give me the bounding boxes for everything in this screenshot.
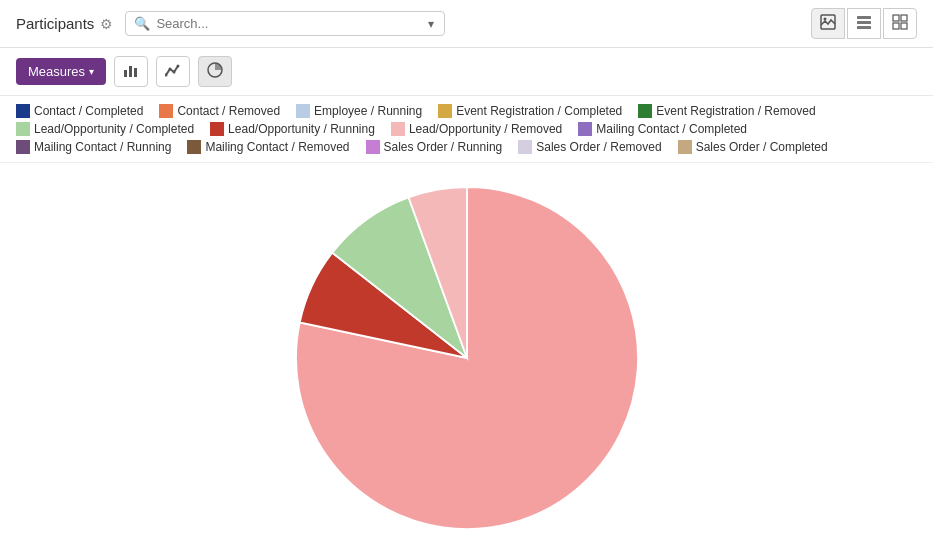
svg-rect-4	[857, 26, 871, 29]
legend-item: Sales Order / Completed	[678, 140, 828, 154]
legend-label: Mailing Contact / Completed	[596, 122, 747, 136]
header: Participants ⚙ 🔍 ▾	[0, 0, 933, 48]
legend-color	[366, 140, 380, 154]
svg-rect-2	[857, 16, 871, 19]
grid-view-button[interactable]	[883, 8, 917, 39]
legend-label: Sales Order / Removed	[536, 140, 661, 154]
legend-color	[638, 104, 652, 118]
settings-icon[interactable]: ⚙	[100, 16, 113, 32]
svg-point-14	[173, 71, 176, 74]
svg-rect-3	[857, 21, 871, 24]
legend-color	[16, 140, 30, 154]
legend-item: Contact / Completed	[16, 104, 143, 118]
legend-item: Contact / Removed	[159, 104, 280, 118]
svg-rect-9	[124, 70, 127, 77]
svg-rect-8	[901, 23, 907, 29]
measures-button[interactable]: Measures ▾	[16, 58, 106, 85]
toolbar: Measures ▾	[0, 48, 933, 96]
bar-chart-icon	[123, 62, 139, 78]
svg-point-15	[177, 65, 180, 68]
legend-label: Mailing Contact / Running	[34, 140, 171, 154]
view-buttons	[811, 8, 917, 39]
legend-label: Contact / Completed	[34, 104, 143, 118]
legend-item: Lead/Opportunity / Removed	[391, 122, 562, 136]
legend-color	[391, 122, 405, 136]
legend-item: Mailing Contact / Running	[16, 140, 171, 154]
legend-label: Mailing Contact / Removed	[205, 140, 349, 154]
search-bar: 🔍 ▾	[125, 11, 445, 36]
legend-color	[578, 122, 592, 136]
legend-color	[16, 104, 30, 118]
legend-item: Mailing Contact / Completed	[578, 122, 747, 136]
legend-label: Event Registration / Completed	[456, 104, 622, 118]
legend-label: Lead/Opportunity / Completed	[34, 122, 194, 136]
list-view-button[interactable]	[847, 8, 881, 39]
legend-color	[438, 104, 452, 118]
legend-color	[159, 104, 173, 118]
legend-label: Sales Order / Running	[384, 140, 503, 154]
bar-chart-button[interactable]	[114, 56, 148, 87]
svg-point-13	[169, 68, 172, 71]
legend-color	[518, 140, 532, 154]
legend-item: Sales Order / Running	[366, 140, 503, 154]
search-input[interactable]	[156, 16, 420, 31]
legend-item: Event Registration / Completed	[438, 104, 622, 118]
legend-color	[187, 140, 201, 154]
legend-color	[210, 122, 224, 136]
image-view-button[interactable]	[811, 8, 845, 39]
svg-rect-6	[901, 15, 907, 21]
legend-item: Lead/Opportunity / Running	[210, 122, 375, 136]
legend-color	[296, 104, 310, 118]
svg-rect-5	[893, 15, 899, 21]
search-dropdown-button[interactable]: ▾	[426, 17, 436, 31]
pie-chart	[287, 178, 647, 538]
chart-area	[0, 163, 933, 553]
legend-label: Employee / Running	[314, 104, 422, 118]
legend-label: Contact / Removed	[177, 104, 280, 118]
legend-item: Event Registration / Removed	[638, 104, 815, 118]
page-title: Participants	[16, 15, 94, 32]
legend-color	[16, 122, 30, 136]
legend-item: Lead/Opportunity / Completed	[16, 122, 194, 136]
legend-item: Sales Order / Removed	[518, 140, 661, 154]
svg-rect-7	[893, 23, 899, 29]
legend: Contact / CompletedContact / RemovedEmpl…	[0, 96, 933, 163]
search-icon: 🔍	[134, 16, 150, 31]
legend-label: Event Registration / Removed	[656, 104, 815, 118]
legend-item: Mailing Contact / Removed	[187, 140, 349, 154]
pie-chart-button[interactable]	[198, 56, 232, 87]
page-title-container: Participants ⚙	[16, 15, 113, 32]
grid-icon	[892, 14, 908, 30]
line-chart-button[interactable]	[156, 56, 190, 87]
pie-chart-icon	[207, 62, 223, 78]
legend-label: Lead/Opportunity / Removed	[409, 122, 562, 136]
legend-label: Sales Order / Completed	[696, 140, 828, 154]
legend-color	[678, 140, 692, 154]
legend-item: Employee / Running	[296, 104, 422, 118]
image-icon	[820, 14, 836, 30]
legend-label: Lead/Opportunity / Running	[228, 122, 375, 136]
svg-rect-10	[129, 66, 132, 77]
line-chart-icon	[165, 62, 181, 78]
svg-point-1	[824, 18, 827, 21]
measures-dropdown-arrow: ▾	[89, 66, 94, 77]
list-icon	[856, 14, 872, 30]
svg-rect-11	[134, 68, 137, 77]
